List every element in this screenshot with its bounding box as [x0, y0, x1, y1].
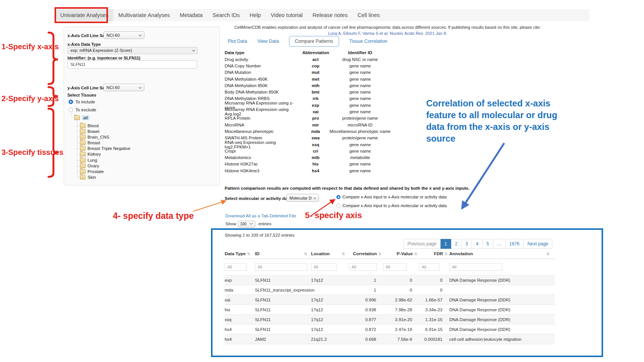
tree-node-lung[interactable]: Lung: [80, 158, 97, 162]
y-axis-cell-line-set-select[interactable]: NCI-60: [103, 84, 144, 91]
red-brace-1: [48, 33, 58, 84]
previous-page-button[interactable]: Previous page: [403, 239, 441, 249]
filter-location-input[interactable]: [311, 263, 337, 271]
results-summary: Showing 1 to 100 of 167,522 entries: [225, 233, 294, 237]
results-row: xaiSLFN1117q120.9962.98e-621.66e-57DNA D…: [225, 295, 555, 305]
tree-trunk-line: [77, 120, 77, 177]
sort-icon[interactable]: ⇅: [247, 252, 250, 256]
sort-icon[interactable]: ⇅: [378, 252, 381, 256]
annotation-step1: 1-Specify x-axis: [2, 42, 59, 51]
sort-icon[interactable]: ⇅: [445, 252, 448, 256]
citation-link[interactable]: Luna A, Elloumi F, Varma S et al. Nuclei…: [225, 31, 550, 36]
nav-item-release-notes[interactable]: Release notes: [308, 9, 353, 21]
results-box: Showing 1 to 100 of 167,522 entries Prev…: [211, 228, 603, 357]
col-header-location: Location: [311, 251, 330, 256]
legend-row: Metabolomicsmtbmetabolite: [225, 154, 406, 161]
tree-node-breast[interactable]: Breast: [80, 140, 100, 145]
page-button-4[interactable]: 4: [472, 239, 483, 249]
tree-node-label: Kidney: [88, 152, 101, 156]
tab-compare-patterns[interactable]: Compare Patterns: [289, 36, 339, 47]
x-axis-data-type-select[interactable]: exp: mRNA Expression (Z-Score): [67, 47, 198, 54]
tree-node-ovary[interactable]: Ovary: [80, 164, 99, 168]
folder-icon: [80, 129, 86, 134]
tab-plot-data[interactable]: Plot Data: [228, 39, 247, 44]
annotation-step3: 3-Specify tissues: [2, 148, 63, 157]
red-brace-3: [48, 109, 58, 177]
legend-row: Histone H3K27achisgene name: [225, 161, 406, 167]
tree-node-breast-triple-negative[interactable]: Breast Triple Negative: [80, 146, 130, 151]
page-button-1[interactable]: 1: [441, 239, 451, 249]
legend-header-data-type: Data type: [225, 50, 302, 55]
filter-correlation-input[interactable]: [349, 263, 377, 271]
tab-tissue-correlation[interactable]: Tissue Correlation: [349, 39, 388, 44]
col-header-data-type: Data Type: [225, 251, 246, 256]
filter-id-input[interactable]: [255, 263, 307, 271]
sort-icon[interactable]: ⇅: [342, 252, 345, 256]
x-axis-cell-line-set-select[interactable]: NCI-60: [103, 31, 144, 39]
results-row: xsqSLFN1117q120.8773.91e-201.31e-15DNA D…: [225, 315, 555, 325]
top-navbar: Univariate Analyses Multivariate Analyse…: [55, 9, 589, 21]
legend-row: RPLA Proteinproprotein/gene name: [225, 115, 406, 122]
page-button-1676[interactable]: 1676: [506, 239, 524, 249]
tree-node-prostate[interactable]: Prostate: [80, 169, 104, 174]
tree-node-skin[interactable]: Skin: [80, 175, 96, 179]
identifier-input[interactable]: [67, 60, 197, 69]
page-button-2[interactable]: 2: [451, 239, 462, 249]
sort-icon[interactable]: ⇅: [414, 252, 417, 256]
legend-row: Drug activityactdrug NSC or name: [225, 56, 406, 62]
to-include-label: To include: [75, 100, 95, 104]
identifier-label: Identifier: (e.g. topotecan or SLFN11): [67, 56, 141, 60]
page-ellipsis: …: [493, 239, 506, 249]
x-axis-cell-line-set-label: x-Axis Cell Line Set: [67, 33, 106, 38]
tree-node-kidney[interactable]: Kidney: [80, 152, 101, 156]
orange-arrow: [193, 201, 225, 211]
results-table: Data Type⇅ ID⇅ Location⇅ Correlation⇅ P-…: [225, 249, 555, 344]
annotation-step4: 4- specify data type: [113, 211, 194, 221]
folder-icon: [80, 169, 86, 174]
molecular-data-select[interactable]: Molecular Data: [286, 194, 319, 202]
sort-icon[interactable]: ⇅: [547, 252, 550, 256]
nav-item-search-ids[interactable]: Search IDs: [208, 9, 245, 21]
tab-view-data[interactable]: View Data: [257, 39, 279, 44]
nav-item-cell-lines[interactable]: Cell lines: [353, 9, 385, 21]
nav-item-video-tutorial[interactable]: Video tutorial: [266, 9, 308, 21]
show-entries-select[interactable]: 100: [238, 221, 255, 228]
next-page-button[interactable]: Next page: [524, 239, 552, 249]
results-header-row: Data Type⇅ ID⇅ Location⇅ Correlation⇅ P-…: [225, 249, 555, 259]
tree-node-label: Prostate: [88, 169, 104, 174]
compare-y-axis-label: Compare x-Axis input to y-Axis molecular…: [342, 203, 447, 208]
tree-node-label: Bowel: [88, 129, 99, 134]
download-all-link[interactable]: Download All as a Tab-Delimited File: [225, 214, 296, 218]
page-button-5[interactable]: 5: [483, 239, 493, 249]
tree-node-brain-cns[interactable]: Brain_CNS: [80, 135, 109, 139]
tree-branch-line: [77, 148, 80, 149]
compare-x-axis-radio[interactable]: [336, 195, 341, 199]
filter-annotation-input[interactable]: [449, 263, 502, 271]
legend-row: Histone H3K4me3hs4gene name: [225, 167, 406, 174]
sort-icon[interactable]: ⇅: [304, 252, 307, 256]
page-button-3[interactable]: 3: [462, 239, 472, 249]
legend-row: RNA-seq Expression using log2.FPKM+1xsqg…: [225, 141, 406, 148]
tree-node-blood[interactable]: Blood: [80, 123, 98, 128]
data-type-legend-table: Data type Abbreviation Identifier ID Dru…: [225, 49, 406, 174]
filter-fdr-input[interactable]: [419, 263, 439, 271]
filter-data-type-input[interactable]: [225, 263, 247, 271]
nav-item-help[interactable]: Help: [245, 9, 266, 21]
tree-node-all[interactable]: all: [74, 115, 89, 120]
tree-node-bowel[interactable]: Bowel: [80, 129, 99, 134]
annotation-correlation-note: Correlation of selected x-axis feature t…: [426, 98, 560, 145]
to-include-radio[interactable]: [69, 100, 73, 104]
legend-row: Microarray RNA Expression using Avg.log2…: [225, 108, 406, 115]
to-exclude-radio[interactable]: [69, 108, 73, 112]
filter-p-value-input[interactable]: [383, 263, 406, 271]
y-axis-cell-line-set-label: y-Axis Cell Line Set: [67, 86, 106, 90]
tree-node-label: Lung: [88, 158, 97, 162]
nav-item-metadata[interactable]: Metadata: [175, 9, 208, 21]
compare-y-axis-radio[interactable]: [336, 204, 341, 208]
folder-icon: [80, 175, 86, 179]
nav-item-univariate-analyses[interactable]: Univariate Analyses: [55, 9, 113, 21]
folder-icon: [80, 146, 86, 151]
nav-item-multivariate-analyses[interactable]: Multivariate Analyses: [113, 9, 175, 21]
folder-icon: [80, 164, 86, 168]
legend-row: MicroRNAmirmicroRNA ID: [225, 122, 406, 128]
